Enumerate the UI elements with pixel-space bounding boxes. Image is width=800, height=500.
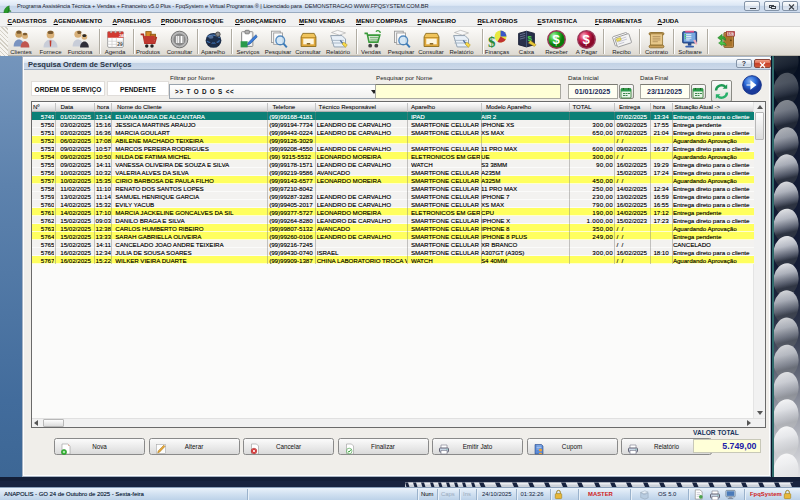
svg-text:29: 29	[117, 42, 123, 47]
svg-text:$: $	[553, 32, 561, 47]
svg-text:EXIT: EXIT	[727, 32, 734, 36]
svg-text:JAN: JAN	[119, 34, 126, 38]
svg-text:$: $	[487, 34, 495, 50]
svg-text:$: $	[583, 32, 591, 47]
